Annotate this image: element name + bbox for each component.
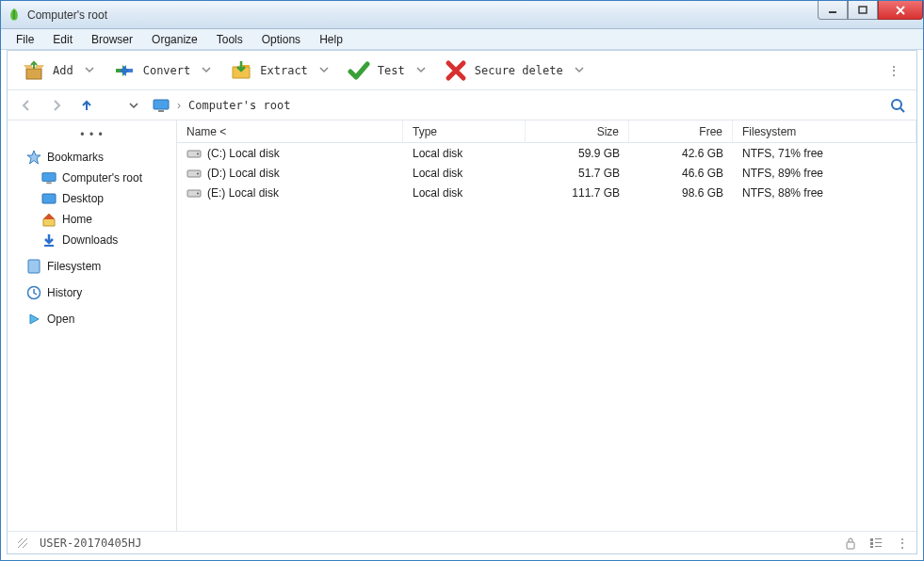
sidebar-item-label: Downloads <box>62 233 118 247</box>
status-overflow[interactable]: ⋮ <box>896 536 909 551</box>
cell-free: 42.6 GB <box>629 147 733 160</box>
sidebar-open[interactable]: Open <box>8 309 176 329</box>
folder-down-icon <box>230 59 252 82</box>
menu-edit[interactable]: Edit <box>45 31 80 48</box>
sidebar-filesystem[interactable]: Filesystem <box>8 256 176 277</box>
cell-filesystem: NTFS, 89% free <box>733 167 916 180</box>
svg-point-15 <box>197 172 199 174</box>
sidebar-item-label: Home <box>62 213 92 226</box>
column-type[interactable]: Type <box>403 120 526 142</box>
menu-organize[interactable]: Organize <box>144 31 205 48</box>
svg-rect-7 <box>46 182 51 184</box>
sidebar-item-desktop[interactable]: Desktop <box>8 188 176 209</box>
svg-point-5 <box>892 100 901 109</box>
nav-forward[interactable] <box>45 94 68 117</box>
status-user: USER-20170405HJ <box>40 537 141 550</box>
toolbar-convert-label: Convert <box>143 64 191 77</box>
minimize-button[interactable] <box>818 1 848 20</box>
lock-icon[interactable] <box>845 537 856 550</box>
search-button[interactable] <box>886 94 909 117</box>
sidebar-item-root[interactable]: Computer's root <box>8 168 176 188</box>
svg-rect-0 <box>829 11 836 13</box>
table-row[interactable]: (C:) Local disk Local disk 59.9 GB 42.6 … <box>177 143 916 163</box>
svg-rect-1 <box>859 7 867 13</box>
toolbar-secure-delete[interactable]: Secure delete <box>439 56 590 86</box>
play-icon <box>26 312 41 327</box>
column-name[interactable]: Name < <box>177 120 403 142</box>
resize-grip-icon[interactable] <box>15 536 30 551</box>
nav-up[interactable] <box>75 94 98 117</box>
cell-size: 59.9 GB <box>526 147 629 160</box>
sidebar-menu-dots[interactable]: • • • <box>8 126 176 147</box>
sidebar-history[interactable]: History <box>8 282 176 303</box>
sidebar-history-label: History <box>47 286 82 299</box>
svg-rect-8 <box>42 194 56 203</box>
toolbar-add[interactable]: Add <box>17 56 100 86</box>
cell-type: Local disk <box>403 186 526 200</box>
cell-free: 46.6 GB <box>629 167 733 180</box>
svg-rect-6 <box>42 173 56 182</box>
rows: (C:) Local disk Local disk 59.9 GB 42.6 … <box>177 143 916 531</box>
breadcrumb[interactable]: › Computer's root <box>153 99 879 112</box>
close-button[interactable] <box>878 1 923 20</box>
maximize-button[interactable] <box>848 1 878 20</box>
svg-rect-9 <box>44 245 54 247</box>
sidebar-open-label: Open <box>47 313 74 326</box>
table-row[interactable]: (D:) Local disk Local disk 51.7 GB 46.6 … <box>177 163 916 183</box>
column-filesystem[interactable]: Filesystem <box>733 120 916 142</box>
desktop-icon <box>41 191 57 206</box>
svg-rect-21 <box>870 546 873 548</box>
breadcrumb-dropdown[interactable] <box>122 94 145 117</box>
table-row[interactable]: (E:) Local disk Local disk 111.7 GB 98.6… <box>177 183 916 202</box>
monitor-icon <box>41 170 57 185</box>
breadcrumb-text: Computer's root <box>188 99 290 112</box>
menu-bar: File Edit Browser Organize Tools Options… <box>1 29 923 50</box>
arrows-icon <box>113 59 136 82</box>
menu-file[interactable]: File <box>8 31 41 48</box>
menu-browser[interactable]: Browser <box>84 31 140 48</box>
sidebar-filesystem-label: Filesystem <box>47 260 101 273</box>
check-icon <box>348 59 370 82</box>
svg-point-13 <box>197 152 199 154</box>
column-free[interactable]: Free <box>629 120 733 142</box>
svg-rect-22 <box>875 538 882 539</box>
chevron-down-icon <box>202 64 211 77</box>
content: • • • Bookmarks Computer's root Desktop … <box>8 120 916 531</box>
toolbar-test-label: Test <box>378 64 405 77</box>
cell-size: 111.7 GB <box>526 186 629 200</box>
svg-rect-18 <box>847 542 854 549</box>
toolbar-overflow[interactable]: ⋮ <box>881 60 907 81</box>
toolbar-add-label: Add <box>53 64 73 77</box>
file-list: Name < Type Size Free Filesystem (C:) Lo… <box>177 120 916 531</box>
sidebar-bookmarks[interactable]: Bookmarks <box>8 147 176 168</box>
nav-back[interactable] <box>15 94 38 117</box>
svg-rect-4 <box>158 110 164 112</box>
toolbar-secure-delete-label: Secure delete <box>475 64 563 77</box>
toolbar-extract[interactable]: Extract <box>224 56 334 86</box>
drive-icon <box>186 187 202 199</box>
cell-filesystem: NTFS, 71% free <box>733 147 916 160</box>
svg-rect-10 <box>28 260 40 273</box>
sidebar-bookmarks-label: Bookmarks <box>47 151 104 164</box>
window-controls <box>818 1 923 20</box>
box-open-icon <box>23 59 45 82</box>
download-icon <box>41 232 57 248</box>
toolbar-convert[interactable]: Convert <box>107 56 218 86</box>
cell-filesystem: NTFS, 88% free <box>733 186 916 200</box>
chevron-down-icon <box>85 64 94 77</box>
menu-options[interactable]: Options <box>254 31 308 48</box>
app-icon <box>7 8 22 23</box>
svg-rect-23 <box>875 542 882 543</box>
menu-help[interactable]: Help <box>312 31 350 48</box>
sidebar-item-home[interactable]: Home <box>8 209 176 230</box>
search-icon <box>890 98 905 113</box>
svg-rect-20 <box>870 542 873 545</box>
sidebar-item-downloads[interactable]: Downloads <box>8 230 176 250</box>
toolbar-test[interactable]: Test <box>342 56 431 86</box>
menu-tools[interactable]: Tools <box>209 31 251 48</box>
nav-bar: › Computer's root <box>8 90 916 120</box>
chevron-down-icon <box>416 64 426 77</box>
column-size[interactable]: Size <box>526 120 629 142</box>
toolbar: Add Convert Extract Test <box>8 51 916 90</box>
view-details-icon[interactable] <box>869 537 883 549</box>
